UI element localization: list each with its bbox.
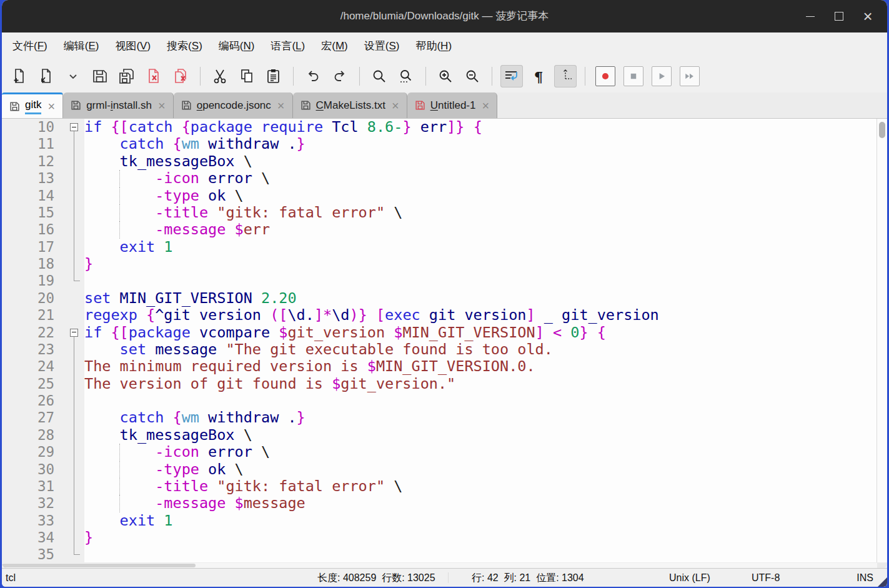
tab-close-icon[interactable]: × xyxy=(157,99,167,112)
code-text[interactable]: set message "The git executable found is… xyxy=(84,341,877,358)
new-file-button[interactable] xyxy=(8,65,31,87)
status-eol-format[interactable]: Unix (LF) xyxy=(669,572,710,584)
code-text[interactable]: The version of git found is $git_version… xyxy=(84,376,877,392)
fold-toggle[interactable] xyxy=(64,119,84,136)
tab-untitled-1[interactable]: Untitled-1× xyxy=(407,92,497,118)
menu-language[interactable]: 语言(L) xyxy=(262,32,313,60)
fold-toggle[interactable] xyxy=(64,324,84,341)
play-macro-button[interactable] xyxy=(652,66,672,86)
code-text[interactable] xyxy=(84,546,877,562)
record-macro-button[interactable] xyxy=(595,66,615,86)
code-line[interactable]: 23 set message "The git executable found… xyxy=(2,341,877,358)
menu-search[interactable]: 搜索(S) xyxy=(159,32,211,60)
redo-button[interactable] xyxy=(329,65,351,87)
code-text[interactable]: The minimum required version is $MIN_GIT… xyxy=(84,358,877,375)
close-all-files-button[interactable] xyxy=(169,65,192,87)
code-line[interactable]: 17 exit 1 xyxy=(2,239,877,256)
code-text[interactable]: regexp {^git version ([\d.]*\d)} [exec g… xyxy=(84,307,877,324)
code-line[interactable]: 25The version of git found is $git_versi… xyxy=(2,376,877,392)
zoom-out-button[interactable] xyxy=(461,65,484,87)
menu-edit[interactable]: 编辑(E) xyxy=(56,32,107,60)
code-text[interactable]: } xyxy=(84,256,877,272)
tab-opencode-jsonc[interactable]: opencode.jsonc× xyxy=(174,92,293,118)
resize-grip[interactable] xyxy=(878,577,887,587)
code-line[interactable]: 11 catch {wm withdraw .} xyxy=(2,136,877,152)
code-line[interactable]: 19 xyxy=(2,272,877,289)
code-line[interactable]: 21regexp {^git version ([\d.]*\d)} [exec… xyxy=(2,307,877,324)
code-line[interactable]: 16 -message $err xyxy=(2,221,877,238)
code-line[interactable]: 18} xyxy=(2,256,877,272)
indent-guides-button[interactable] xyxy=(554,65,577,87)
open-file-button[interactable] xyxy=(35,65,57,87)
code-line[interactable]: 27 catch {wm withdraw .} xyxy=(2,409,877,426)
menu-file[interactable]: 文件(F) xyxy=(4,32,56,60)
fold-collapse-icon[interactable] xyxy=(70,123,78,131)
code-line[interactable]: 28 tk_messageBox \ xyxy=(2,427,877,444)
code-text[interactable]: -icon error \ xyxy=(84,170,877,187)
status-insert-mode[interactable]: INS xyxy=(857,572,873,584)
tab-close-icon[interactable]: × xyxy=(46,100,56,112)
code-text[interactable]: set MIN_GIT_VERSION 2.20 xyxy=(84,290,877,307)
code-text[interactable]: -title "gitk: fatal error" \ xyxy=(84,478,877,495)
search-in-files-button[interactable] xyxy=(395,65,417,87)
code-text[interactable]: -type ok \ xyxy=(84,187,877,204)
code-line[interactable]: 20set MIN_GIT_VERSION 2.20 xyxy=(2,290,877,307)
open-dropdown-button[interactable] xyxy=(62,65,84,87)
code-line[interactable]: 32 -message $message xyxy=(2,495,877,512)
code-text[interactable]: } xyxy=(84,529,877,546)
code-editor[interactable]: 10if {[catch {package require Tcl 8.6-} … xyxy=(2,119,877,562)
tab-close-icon[interactable]: × xyxy=(390,99,400,112)
code-text[interactable]: tk_messageBox \ xyxy=(84,153,877,170)
code-line[interactable]: 31 -title "gitk: fatal error" \ xyxy=(2,478,877,495)
vertical-scrollbar[interactable] xyxy=(877,119,887,562)
paste-button[interactable] xyxy=(262,65,285,87)
menu-macro[interactable]: 宏(M) xyxy=(313,32,356,60)
code-text[interactable]: tk_messageBox \ xyxy=(84,427,877,444)
tab-gitk[interactable]: gitk× xyxy=(2,92,63,118)
maximize-button[interactable] xyxy=(825,4,853,29)
tab-cmakelists-txt[interactable]: CMakeLists.txt× xyxy=(293,92,407,118)
search-button[interactable] xyxy=(368,65,390,87)
code-text[interactable]: exit 1 xyxy=(84,239,877,256)
horizontal-scrollbar-thumb[interactable] xyxy=(2,564,196,567)
save-all-button[interactable] xyxy=(116,65,138,87)
code-text[interactable]: -title "gitk: fatal error" \ xyxy=(84,204,877,221)
tab-close-icon[interactable]: × xyxy=(480,99,490,112)
menu-encoding[interactable]: 编码(N) xyxy=(211,32,263,60)
status-encoding[interactable]: UTF-8 xyxy=(752,572,780,584)
run-macro-multiple-button[interactable] xyxy=(680,66,700,86)
undo-button[interactable] xyxy=(302,65,324,87)
code-line[interactable]: 14 -type ok \ xyxy=(2,187,877,204)
copy-button[interactable] xyxy=(236,65,258,87)
code-line[interactable]: 12 tk_messageBox \ xyxy=(2,153,877,170)
stop-macro-button[interactable] xyxy=(623,66,643,86)
code-text[interactable] xyxy=(84,392,877,409)
code-line[interactable]: 26 xyxy=(2,392,877,409)
menu-view[interactable]: 视图(V) xyxy=(107,32,159,60)
code-text[interactable]: catch {wm withdraw .} xyxy=(84,136,877,152)
code-text[interactable]: exit 1 xyxy=(84,512,877,529)
word-wrap-button[interactable] xyxy=(500,65,523,87)
close-file-button[interactable] xyxy=(142,65,165,87)
code-line[interactable]: 33 exit 1 xyxy=(2,512,877,529)
vertical-scrollbar-thumb[interactable] xyxy=(879,122,885,138)
save-button[interactable] xyxy=(89,65,111,87)
code-line[interactable]: 24The minimum required version is $MIN_G… xyxy=(2,358,877,375)
close-button[interactable]: × xyxy=(853,4,882,29)
fold-collapse-icon[interactable] xyxy=(70,329,78,337)
menu-settings[interactable]: 设置(S) xyxy=(356,32,408,60)
code-line[interactable]: 15 -title "gitk: fatal error" \ xyxy=(2,204,877,221)
tab-grml-install-sh[interactable]: grml-install.sh× xyxy=(63,92,174,118)
cut-button[interactable] xyxy=(209,65,231,87)
code-line[interactable]: 34} xyxy=(2,529,877,546)
zoom-in-button[interactable] xyxy=(434,65,457,87)
menu-help[interactable]: 帮助(H) xyxy=(407,32,460,60)
code-line[interactable]: 10if {[catch {package require Tcl 8.6-} … xyxy=(2,119,877,136)
code-line[interactable]: 35 xyxy=(2,546,877,562)
show-all-characters-button[interactable]: ¶ xyxy=(527,65,550,87)
minimize-button[interactable] xyxy=(796,4,825,29)
code-line[interactable]: 29 -icon error \ xyxy=(2,444,877,461)
code-text[interactable]: -message $err xyxy=(84,221,877,238)
titlebar[interactable]: /home/blumia/Downloads/gitk — 菠萝记事本 × xyxy=(2,0,887,32)
horizontal-scrollbar[interactable] xyxy=(2,562,887,568)
